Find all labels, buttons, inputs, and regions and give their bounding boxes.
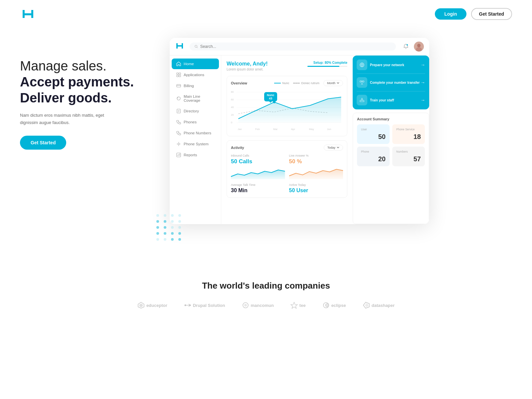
- phone-numbers-icon: #: [176, 131, 181, 135]
- svg-marker-42: [139, 304, 143, 307]
- company-datashaper: datashaper: [363, 302, 395, 309]
- search-input[interactable]: [200, 44, 391, 49]
- welcome-name: Andy!: [253, 61, 267, 66]
- datashaper-icon: [363, 302, 370, 309]
- get-started-nav-button[interactable]: Get Started: [471, 8, 512, 20]
- search-icon: [194, 45, 198, 49]
- dots-decoration: [156, 214, 182, 241]
- sidebar-item-home[interactable]: Home: [172, 59, 219, 69]
- company-eclipse: eclipse: [322, 302, 346, 309]
- tooltip-label: Nunc: [267, 93, 274, 97]
- summary-label-phone-service: Phone Service: [396, 128, 421, 131]
- sidebar-label-phone-numbers: Phone Numbers: [184, 131, 211, 135]
- activity-section: Activity Today Inbound Calls 50 Calls: [227, 140, 347, 198]
- sidebar-item-applications[interactable]: Applications: [172, 69, 219, 80]
- billing-icon: [176, 83, 181, 88]
- drupal-label: Drupal Solution: [193, 303, 225, 308]
- welcome-heading: Welcome, Andy!: [227, 61, 268, 67]
- svg-point-2: [407, 44, 408, 46]
- sidebar-item-directory[interactable]: Directory: [172, 106, 219, 116]
- svg-text:20: 20: [231, 113, 234, 116]
- svg-marker-51: [365, 303, 368, 307]
- sidebar-item-billing[interactable]: Billing: [172, 80, 219, 91]
- welcome-row: Welcome, Andy! Lorem ipsum dolor amet. S…: [227, 61, 347, 71]
- svg-text:Feb: Feb: [255, 128, 260, 130]
- action-card-transfer[interactable]: Complete your number transfer →: [357, 74, 425, 91]
- talk-label: Average Talk Time: [231, 183, 285, 187]
- action-arrow-transfer: →: [421, 80, 425, 85]
- svg-point-43: [184, 305, 186, 306]
- educeptor-icon: [137, 302, 145, 309]
- svg-text:Apr: Apr: [291, 128, 295, 130]
- svg-marker-35: [289, 169, 343, 179]
- welcome-sub: Lorem ipsum dolor amet.: [227, 67, 268, 71]
- search-bar[interactable]: [190, 43, 396, 51]
- welcome-greeting: Welcome,: [227, 61, 253, 66]
- summary-card-phone-service: Phone Service 18: [392, 124, 425, 144]
- svg-text:60: 60: [231, 98, 234, 101]
- avatar: [414, 42, 424, 52]
- logo: [20, 6, 36, 22]
- hero-line1: Manage sales.: [20, 58, 160, 74]
- svg-rect-6: [177, 73, 178, 74]
- overview-section: Overview Nunc Donec rutrum: [227, 76, 347, 136]
- login-button[interactable]: Login: [435, 8, 466, 20]
- action-card-network-text: Prepare your network: [370, 63, 404, 67]
- svg-text:May: May: [309, 128, 314, 130]
- notification-icon[interactable]: [401, 42, 411, 51]
- network-icon: [357, 60, 367, 70]
- hero-line2: Accept payments.: [20, 74, 160, 90]
- sidebar-item-reports[interactable]: Reports: [172, 150, 219, 160]
- company-drupal: Drupal Solution: [184, 302, 225, 309]
- month-selector[interactable]: Month: [323, 80, 343, 86]
- companies-section: The world's leading companies educeptor …: [0, 267, 532, 322]
- chart-tooltip: Nunc 43: [264, 92, 277, 101]
- legend-line-nunc: [274, 83, 281, 83]
- svg-rect-9: [179, 75, 181, 77]
- tee-icon: [290, 302, 298, 309]
- today-selector[interactable]: Today: [324, 145, 343, 151]
- educeptor-label: educeptor: [146, 303, 167, 308]
- hero-text: Manage sales. Accept payments. Deliver g…: [20, 38, 160, 150]
- action-train-title: Train your staff: [370, 98, 394, 102]
- right-panel: Prepare your network →: [353, 56, 429, 224]
- sidebar-item-phone-system[interactable]: Phone System: [172, 139, 219, 149]
- svg-point-40: [362, 98, 362, 99]
- legend-label-nunc: Nunc: [282, 81, 289, 85]
- applications-icon: [176, 72, 181, 77]
- overview-legend: Nunc Donec rutrum Month: [274, 80, 343, 86]
- inbound-chart: [231, 167, 285, 179]
- sidebar-item-phone-numbers[interactable]: # Phone Numbers: [172, 128, 219, 138]
- activity-title: Activity: [231, 146, 244, 150]
- home-icon: [176, 62, 181, 66]
- action-card-train[interactable]: Train your staff →: [357, 91, 425, 105]
- talk-value: 30 Min: [231, 188, 285, 194]
- overview-header: Overview Nunc Donec rutrum: [231, 80, 343, 86]
- summary-card-phone: Phone 20: [357, 147, 390, 166]
- setup-suffix: Complete: [331, 61, 347, 65]
- svg-rect-38: [362, 81, 364, 82]
- active-value: 50 User: [289, 188, 343, 194]
- get-started-hero-button[interactable]: Get Started: [20, 136, 66, 150]
- inbound-label: Inbound Calls: [231, 154, 285, 157]
- month-label: Month: [327, 81, 335, 85]
- summary-value-numbers: 57: [396, 155, 421, 163]
- overview-title: Overview: [231, 81, 247, 85]
- sidebar-label-billing: Billing: [184, 84, 194, 88]
- summary-label-phone: Phone: [361, 150, 386, 153]
- company-mancomun: mancomun: [242, 302, 274, 309]
- sidebar-item-main-line[interactable]: Main Line Coverage: [172, 91, 219, 105]
- activity-grid: Inbound Calls 50 Calls: [231, 154, 343, 194]
- svg-rect-39: [360, 100, 364, 102]
- sidebar-label-phones: Phones: [184, 120, 197, 124]
- sidebar: Home Applications: [170, 56, 221, 224]
- companies-title: The world's leading companies: [20, 281, 512, 291]
- svg-text:0: 0: [231, 121, 232, 124]
- hero-section: Manage sales. Accept payments. Deliver g…: [0, 28, 532, 267]
- inbound-value: 50 Calls: [231, 158, 285, 165]
- action-card-network[interactable]: Prepare your network →: [357, 60, 425, 74]
- sidebar-label-phone-system: Phone System: [184, 142, 209, 146]
- sidebar-item-phones[interactable]: Phones: [172, 117, 219, 127]
- svg-text:#: #: [179, 131, 180, 133]
- eclipse-label: eclipse: [331, 303, 346, 308]
